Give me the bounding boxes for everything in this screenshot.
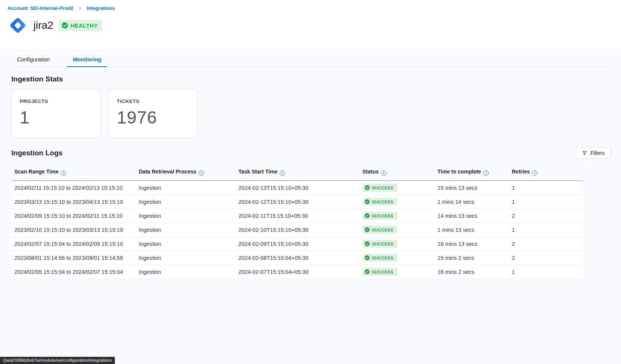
filter-funnel-icon [582,150,587,156]
cell-scan-range-time: 2024/02/07 15:15:04 to 2024/02/09 15:15:… [11,237,136,251]
column-status: Statusi [359,164,434,181]
monitoring-content: Configuration Monitoring Ingestion Stats… [0,50,621,364]
cell-scan-range-time: 2024/02/09 15:15:10 to 2024/02/11 15:15:… [11,209,136,223]
table-row: 2023/08/01 15:14:56 to 2023/09/01 15:14:… [11,251,583,265]
filters-button-label: Filters [590,150,605,156]
stat-card-tickets: TICKETS 1976 [108,89,198,138]
tab-bar: Configuration Monitoring [11,50,611,67]
health-status-badge: HEALTHY [59,20,102,31]
status-label: SUCCESS [372,256,394,260]
cell-scan-range-time: 2023/02/10 15:15:10 to 2023/03/13 15:15:… [11,223,136,237]
table-row: 2024/02/09 15:15:10 to 2024/02/11 15:15:… [11,209,583,223]
check-circle-icon [365,199,370,204]
check-circle-icon [365,185,370,190]
column-time-to-complete: Time to completei [434,164,509,181]
cell-scan-range-time: 2024/02/05 15:15:04 to 2024/02/07 15:15:… [11,265,136,279]
status-badge: SUCCESS [362,198,397,206]
table-row: 2024/02/07 15:15:04 to 2024/02/09 15:15:… [11,237,583,251]
status-badge: SUCCESS [362,226,397,234]
cell-time-to-complete: 16 mins 2 secs [434,265,509,279]
cell-data-retrieval-process: Ingestion [136,237,235,251]
table-row: 2024/02/05 15:15:04 to 2024/02/07 15:15:… [11,265,583,279]
cell-retries: 2 [509,237,583,251]
check-circle-icon [365,227,370,232]
ingestion-stats-heading: Ingestion Stats [11,75,621,83]
cell-time-to-complete: 1 mins 13 secs [434,223,509,237]
stat-label: PROJECTS [20,98,92,104]
ingestion-logs-header: Ingestion Logs Filters [11,147,611,159]
check-circle-icon [365,269,370,274]
status-label: SUCCESS [372,242,394,246]
tab-monitoring[interactable]: Monitoring [67,53,107,67]
breadcrumb-integrations-link[interactable]: Integrations [86,5,114,11]
info-icon[interactable]: i [199,170,204,176]
column-data-retrieval-process: Data Retrieval Processi [136,164,235,181]
status-label: SUCCESS [372,270,394,274]
cell-scan-range-time: 2023/03/13 15:15:10 to 2023/04/13 15:15:… [11,195,136,209]
info-icon[interactable]: i [483,170,489,176]
page-header: Account: SEI-Internal-Prod2 Integrations… [0,0,621,50]
cell-retries: 2 [509,209,583,223]
cell-task-start-time: 2024-02-07T15:15:04+05:30 [235,265,359,279]
table-row: 2024/02/11 15:15:10 to 2024/02/13 15:15:… [11,181,583,195]
cell-retries: 1 [509,181,583,195]
cell-data-retrieval-process: Ingestion [136,223,235,237]
cell-data-retrieval-process: Ingestion [136,209,235,223]
status-label: SUCCESS [372,214,394,218]
info-icon[interactable]: i [61,170,66,176]
cell-retries: 2 [509,251,583,265]
info-icon[interactable]: i [532,170,537,176]
ingestion-logs-heading: Ingestion Logs [11,149,63,157]
cell-time-to-complete: 1 mins 14 secs [434,195,509,209]
cell-task-start-time: 2024-02-13T15:15:10+05:30 [235,181,359,195]
cell-time-to-complete: 14 mins 13 secs [434,209,509,223]
stat-card-projects: PROJECTS 1 [11,89,100,138]
cell-data-retrieval-process: Ingestion [136,195,235,209]
table-header-row: Scan Range Timei Data Retrieval Processi… [11,164,583,181]
cell-task-start-time: 2024-02-10T15:15:10+05:30 [235,223,359,237]
cell-data-retrieval-process: Ingestion [136,265,235,279]
chevron-right-icon [78,6,82,10]
status-label: SUCCESS [372,228,394,232]
cell-status: SUCCESS [359,223,434,237]
info-icon[interactable]: i [280,170,285,176]
cell-task-start-time: 2024-02-12T15:15:10+05:30 [235,195,359,209]
filters-button[interactable]: Filters [576,147,611,159]
cell-time-to-complete: 16 mins 13 secs [434,237,509,251]
integration-title-row: jira2 HEALTHY [8,15,613,36]
stat-value: 1976 [117,107,189,128]
breadcrumb-account-link[interactable]: Account: SEI-Internal-Prod2 [8,5,73,11]
check-circle-icon [365,213,370,218]
cell-retries: 1 [509,265,583,279]
table-row: 2023/02/10 15:15:10 to 2023/03/13 15:15:… [11,223,583,237]
stat-label: TICKETS [117,98,189,104]
status-badge: SUCCESS [362,184,397,192]
breadcrumb: Account: SEI-Internal-Prod2 Integrations [8,5,613,11]
column-retries: Retriesi [509,164,583,181]
status-bar-url: QwqOSllWp9ob7w/module/sei/configuration/… [0,357,115,364]
table-row: 2023/03/13 15:15:10 to 2023/04/13 15:15:… [11,195,583,209]
status-badge: SUCCESS [362,268,397,276]
ingestion-logs-body: 2024/02/11 15:15:10 to 2024/02/13 15:15:… [11,181,583,279]
cell-data-retrieval-process: Ingestion [136,251,235,265]
tab-configuration[interactable]: Configuration [11,53,55,67]
status-badge: SUCCESS [362,254,397,262]
column-scan-range-time: Scan Range Timei [11,164,136,181]
cell-time-to-complete: 15 mins 13 secs [434,181,509,195]
cell-scan-range-time: 2024/02/11 15:15:10 to 2024/02/13 15:15:… [11,181,136,195]
cell-task-start-time: 2024-02-11T15:15:10+05:30 [235,209,359,223]
check-circle-icon [365,255,370,260]
cell-data-retrieval-process: Ingestion [136,181,235,195]
cell-scan-range-time: 2023/08/01 15:14:56 to 2023/09/01 15:14:… [11,251,136,265]
ingestion-stats-cards: PROJECTS 1 TICKETS 1976 [11,89,621,138]
check-circle-icon [62,22,68,28]
cell-task-start-time: 2024-02-08T15:15:04+05:30 [235,251,359,265]
cell-status: SUCCESS [359,209,434,223]
info-icon[interactable]: i [381,170,386,176]
jira-logo-icon [8,15,28,36]
ingestion-logs-table: Scan Range Timei Data Retrieval Processi… [11,164,583,279]
check-circle-icon [365,241,370,246]
cell-status: SUCCESS [359,251,434,265]
cell-status: SUCCESS [359,181,434,195]
cell-retries: 1 [509,223,583,237]
